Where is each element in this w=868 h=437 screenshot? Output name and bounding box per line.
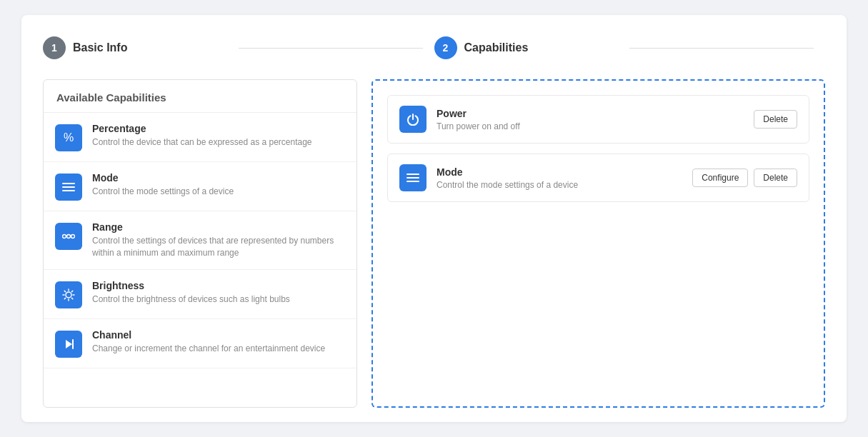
step-end-line [629, 48, 814, 49]
cap-name-range: Range [92, 221, 345, 233]
step-1: 1 Basic Info [43, 36, 227, 59]
brightness-icon [55, 281, 82, 308]
cap-text-channel: Channel Change or increment the channel … [92, 329, 325, 355]
cap-text-brightness: Brightness Control the brightness of dev… [92, 280, 290, 306]
cap-text-range: Range Control the settings of devices th… [92, 221, 345, 259]
sel-desc-power: Turn power on and off [437, 121, 754, 131]
svg-line-12 [71, 298, 72, 298]
svg-point-5 [71, 235, 75, 238]
sel-name-mode: Mode [437, 166, 692, 178]
cap-text-percentage: Percentage Control the device that can b… [92, 123, 312, 149]
svg-line-11 [64, 291, 65, 291]
cap-item-percentage[interactable]: % Percentage Control the device that can… [44, 113, 356, 162]
svg-marker-15 [66, 340, 72, 348]
capabilities-list[interactable]: % Percentage Control the device that can… [44, 113, 356, 407]
cap-item-range[interactable]: Range Control the settings of devices th… [44, 211, 356, 270]
cap-desc-percentage: Control the device that can be expressed… [92, 136, 312, 149]
cap-name-percentage: Percentage [92, 123, 312, 134]
sel-text-power: Power Turn power on and off [437, 108, 754, 131]
cap-name-mode: Mode [92, 172, 234, 184]
cap-name-brightness: Brightness [92, 280, 290, 291]
configure-mode-button[interactable]: Configure [692, 169, 748, 187]
selected-power: Power Turn power on and off Delete [387, 95, 809, 144]
delete-power-button[interactable]: Delete [754, 110, 797, 129]
right-panel[interactable]: Power Turn power on and off Delete [371, 79, 825, 408]
stepper: 1 Basic Info 2 Capabilities [43, 36, 825, 59]
mode-icon [55, 174, 82, 201]
main-container: 1 Basic Info 2 Capabilities Available Ca… [21, 15, 847, 422]
sel-text-mode: Mode Control the mode settings of a devi… [437, 166, 692, 190]
step-1-label: Basic Info [73, 41, 127, 54]
percentage-icon: % [55, 124, 82, 151]
sel-actions-power: Delete [754, 110, 797, 129]
svg-line-14 [64, 298, 65, 298]
sel-desc-mode: Control the mode settings of a device [437, 180, 692, 190]
step-2-circle: 2 [434, 36, 457, 59]
cap-desc-range: Control the settings of devices that are… [92, 235, 345, 259]
step-2-label: Capabilities [464, 41, 529, 54]
cap-item-mode[interactable]: Mode Control the mode settings of a devi… [44, 162, 356, 211]
svg-point-6 [66, 292, 71, 298]
step-divider [239, 48, 423, 49]
panel-title: Available Capabilities [44, 80, 356, 113]
cap-desc-channel: Change or increment the channel for an e… [92, 343, 325, 355]
cap-text-mode: Mode Control the mode settings of a devi… [92, 172, 234, 198]
selected-mode: Mode Control the mode settings of a devi… [387, 154, 809, 202]
cap-desc-brightness: Control the brightness of devices such a… [92, 293, 290, 306]
cap-item-brightness[interactable]: Brightness Control the brightness of dev… [44, 270, 356, 319]
cap-name-channel: Channel [92, 329, 325, 341]
step-2: 2 Capabilities [434, 36, 619, 59]
svg-line-13 [71, 291, 72, 291]
svg-point-3 [63, 235, 66, 238]
channel-icon [55, 331, 82, 358]
left-panel: Available Capabilities % Percentage Cont… [43, 79, 357, 408]
cap-item-channel[interactable]: Channel Change or increment the channel … [44, 319, 356, 368]
cap-desc-mode: Control the mode settings of a device [92, 186, 234, 198]
range-icon [55, 223, 82, 250]
power-sel-icon [399, 106, 426, 133]
mode-sel-icon [399, 164, 426, 191]
step-1-circle: 1 [43, 36, 66, 59]
main-content: Available Capabilities % Percentage Cont… [43, 79, 825, 408]
svg-point-4 [67, 235, 71, 238]
sel-actions-mode: Configure Delete [692, 169, 797, 187]
sel-name-power: Power [437, 108, 754, 119]
delete-mode-button[interactable]: Delete [754, 169, 797, 187]
